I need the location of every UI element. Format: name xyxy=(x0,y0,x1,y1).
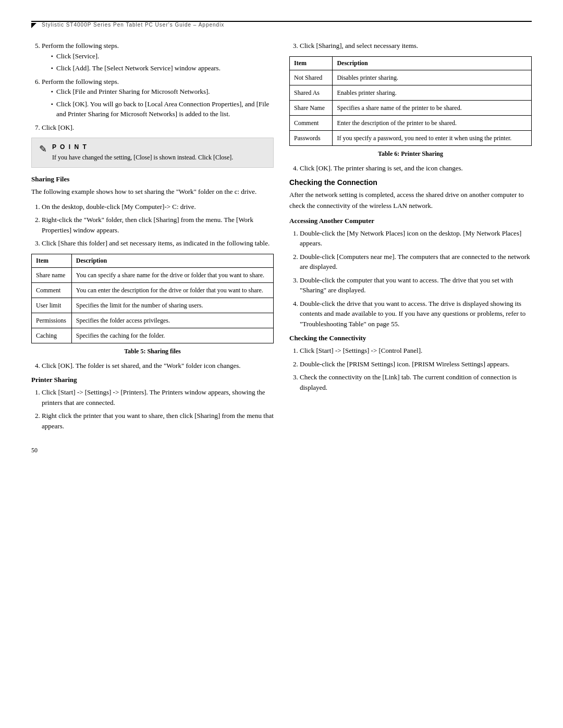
table-row: Caching Specifies the caching for the fo… xyxy=(32,328,274,343)
right-step3: Click [Sharing], and select necessary it… xyxy=(300,41,532,51)
table-row: Comment Enter the description of the pri… xyxy=(290,115,532,130)
table5-caption: Table 5: Sharing files xyxy=(31,348,274,355)
table-row: Passwords If you specify a password, you… xyxy=(290,130,532,145)
sharing-step-1: On the desktop, double-click [My Compute… xyxy=(42,202,274,212)
table5-row2-item: Comment xyxy=(32,282,72,298)
point-title: P O I N T xyxy=(52,143,233,151)
table-row: Share name You can specify a share name … xyxy=(32,267,274,282)
point-content: P O I N T If you have changed the settin… xyxy=(52,143,233,162)
point-box: ✎ P O I N T If you have changed the sett… xyxy=(31,138,274,168)
printer-step-1: Click [Start] -> [Settings] -> [Printers… xyxy=(42,387,274,408)
table5-row2-desc: You can enter the description for the dr… xyxy=(71,282,273,298)
table5-col-item: Item xyxy=(32,254,72,267)
page-number: 50 xyxy=(31,447,532,454)
table5-row1-item: Share name xyxy=(32,267,72,282)
table6-row4-desc: Enter the description of the printer to … xyxy=(333,115,532,130)
connectivity-step-2: Double-click the [PRISM Settings] icon. … xyxy=(300,359,532,369)
step-6-sub: Click [File and Printer Sharing for Micr… xyxy=(42,87,274,119)
left-column: Perform the following steps. Click [Serv… xyxy=(31,41,274,436)
table5-row4-desc: Specifies the folder access privileges. xyxy=(71,313,273,328)
connectivity-step-3: Check the connectivity on the [Link] tab… xyxy=(300,372,532,392)
page-header: Stylistic ST4000P Series Pen Tablet PC U… xyxy=(31,21,532,31)
table-row: Comment You can enter the description fo… xyxy=(32,282,274,298)
table6-col-item: Item xyxy=(290,56,333,70)
right-step4: Click [OK]. The printer sharing is set, … xyxy=(300,163,532,174)
printer-step-2: Right click the printer that you want to… xyxy=(42,411,274,431)
accessing-another-computer-heading: Accessing Another Computer xyxy=(289,217,532,225)
table6-row1-item: Not Shared xyxy=(290,70,333,85)
table-row: Shared As Enables printer sharing. xyxy=(290,85,532,100)
table-row: Permissions Specifies the folder access … xyxy=(32,313,274,328)
sharing-files-intro: The following example shows how to set s… xyxy=(31,187,274,198)
step-5-sub-1: Click [Service]. xyxy=(51,51,274,61)
table5-row4-item: Permissions xyxy=(32,313,72,328)
step-5-sub: Click [Service]. Click [Add]. The [Selec… xyxy=(42,51,274,73)
table6-row2-item: Shared As xyxy=(290,85,333,100)
table5-row3-desc: Specifies the limit for the number of sh… xyxy=(71,298,273,313)
point-text: If you have changed the setting, [Close]… xyxy=(52,153,233,162)
table-row: Share Name Specifies a share name of the… xyxy=(290,100,532,115)
accessing-step-2: Double-click [Computers near me]. The co… xyxy=(300,252,532,272)
table5-row1-desc: You can specify a share name for the dri… xyxy=(71,267,273,282)
printer-sharing-heading: Printer Sharing xyxy=(31,376,274,384)
after-table5-step4: Click [OK]. The folder is set shared, an… xyxy=(42,361,274,371)
header-triangle xyxy=(31,23,36,28)
table6-col-description: Description xyxy=(333,56,532,70)
table-row: Not Shared Disables printer sharing. xyxy=(290,70,532,85)
printer-sharing-steps: Click [Start] -> [Settings] -> [Printers… xyxy=(31,387,274,431)
intro-steps: Perform the following steps. Click [Serv… xyxy=(31,41,274,132)
checking-connection-heading: Checking the Connection xyxy=(289,178,532,187)
table-5: Item Description Share name You can spec… xyxy=(31,254,274,343)
step-6-text: Perform the following steps. xyxy=(42,78,119,85)
checking-connection-intro: After the network setting is completed, … xyxy=(289,190,532,212)
step-6-sub-2: Click [OK]. You will go back to [Local A… xyxy=(51,99,274,119)
sharing-files-heading: Sharing Files xyxy=(31,175,274,183)
two-col-layout: Perform the following steps. Click [Serv… xyxy=(31,41,532,436)
checking-connectivity-steps: Click [Start] -> [Settings] -> [Control … xyxy=(289,346,532,392)
step-6-sub-1: Click [File and Printer Sharing for Micr… xyxy=(51,87,274,97)
accessing-step-1: Double-click the [My Network Places] ico… xyxy=(300,228,532,249)
checking-connectivity-heading: Checking the Connectivity xyxy=(289,334,532,342)
table6-row4-item: Comment xyxy=(290,115,333,130)
step-5: Perform the following steps. Click [Serv… xyxy=(42,41,274,73)
table5-row5-desc: Specifies the caching for the folder. xyxy=(71,328,273,343)
table-row: User limit Specifies the limit for the n… xyxy=(32,298,274,313)
table6-row3-desc: Specifies a share name of the printer to… xyxy=(333,100,532,115)
table5-row3-item: User limit xyxy=(32,298,72,313)
step-7: Click [OK]. xyxy=(42,122,274,133)
table6-caption: Table 6: Printer Sharing xyxy=(289,150,532,158)
table6-row3-item: Share Name xyxy=(290,100,333,115)
table6-row5-desc: If you specify a password, you need to e… xyxy=(333,130,532,145)
table6-row1-desc: Disables printer sharing. xyxy=(333,70,532,85)
right-step3-list: Click [Sharing], and select necessary it… xyxy=(289,41,532,51)
connectivity-step-1: Click [Start] -> [Settings] -> [Control … xyxy=(300,346,532,356)
table-6: Item Description Not Shared Disables pri… xyxy=(289,56,532,146)
point-icon: ✎ xyxy=(39,143,47,155)
right-step4-list: Click [OK]. The printer sharing is set, … xyxy=(289,163,532,174)
table6-row2-desc: Enables printer sharing. xyxy=(333,85,532,100)
accessing-steps: Double-click the [My Network Places] ico… xyxy=(289,228,532,329)
accessing-step-4: Double-click the drive that you want to … xyxy=(300,299,532,329)
step-5-sub-2: Click [Add]. The [Select Network Service… xyxy=(51,63,274,73)
table5-row5-item: Caching xyxy=(32,328,72,343)
sharing-step-3: Click [Share this folder] and set necess… xyxy=(42,238,274,249)
step-6: Perform the following steps. Click [File… xyxy=(42,77,274,119)
table6-row5-item: Passwords xyxy=(290,130,333,145)
header-breadcrumb: Stylistic ST4000P Series Pen Tablet PC U… xyxy=(42,22,224,28)
sharing-files-steps: On the desktop, double-click [My Compute… xyxy=(31,202,274,249)
right-column: Click [Sharing], and select necessary it… xyxy=(289,41,532,436)
table5-col-description: Description xyxy=(71,254,273,267)
after-table5-steps: Click [OK]. The folder is set shared, an… xyxy=(31,361,274,371)
step-5-text: Perform the following steps. xyxy=(42,42,119,50)
sharing-step-2: Right-click the "Work" folder, then clic… xyxy=(42,215,274,235)
accessing-step-3: Double-click the computer that you want … xyxy=(300,275,532,295)
